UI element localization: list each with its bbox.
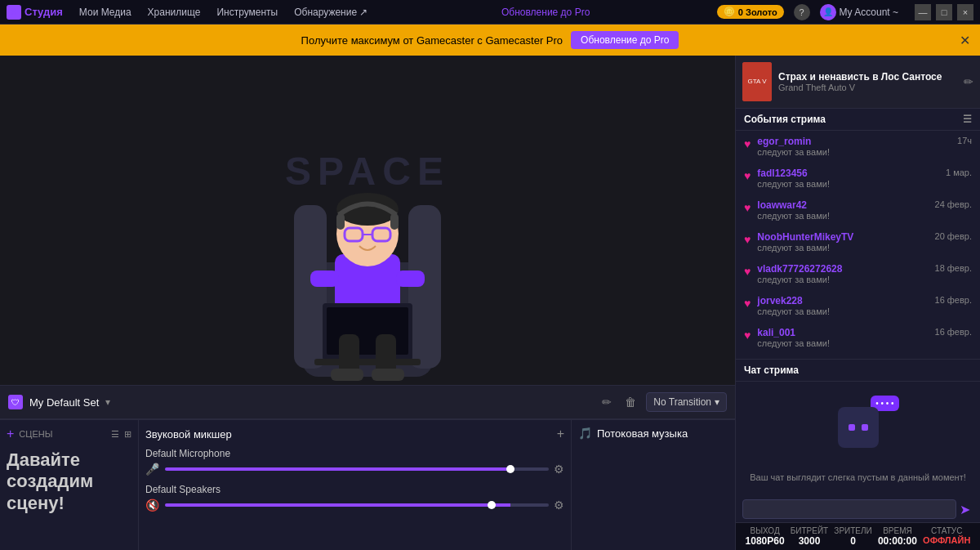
speakers-mute-button[interactable]: 🔇 (145, 499, 160, 512)
event-username: fadl123456 (757, 168, 939, 179)
event-item: ♥ egor_romin следуют за вами! 17ч (736, 131, 980, 163)
scene-edit-button[interactable]: ✏ (599, 394, 615, 410)
transition-chevron-icon: ▾ (715, 396, 719, 408)
nav-my-media[interactable]: Мои Медиа (73, 3, 138, 21)
event-time: 16 февр. (935, 327, 972, 337)
chat-send-button[interactable]: ➤ (956, 502, 973, 517)
account-button[interactable]: 👤 My Account ~ (820, 4, 898, 20)
event-item: ♥ loawwar42 следуют за вами! 24 февр. (736, 195, 980, 226)
chat-input-area: ➤ (736, 496, 980, 522)
event-content: fadl123456 следуют за вами! (757, 168, 939, 189)
scene-name: My Default Set (29, 396, 99, 409)
scene-chevron-icon[interactable]: ▾ (105, 396, 110, 408)
space-scene: SPACE (0, 56, 735, 385)
add-audio-device-button[interactable]: + (557, 427, 564, 441)
game-thumb-inner: GTA V (742, 62, 772, 101)
help-button[interactable]: ? (794, 4, 810, 20)
grid-view-icon[interactable]: ⊞ (124, 429, 131, 440)
scene-delete-button[interactable]: 🗑 (621, 394, 639, 410)
stat-time-value: 00:00:00 (878, 535, 917, 547)
character-illustration (278, 140, 457, 385)
speakers-settings-button[interactable]: ⚙ (554, 499, 564, 512)
event-content: vladk77726272628 следуют за вами! (757, 263, 928, 284)
svg-rect-15 (314, 359, 421, 365)
events-filter-icon[interactable]: ☰ (963, 114, 972, 125)
stat-time: ВРЕМЯ 00:00:00 (878, 526, 917, 547)
left-panel: SPACE (0, 56, 735, 550)
event-time: 16 февр. (935, 295, 972, 305)
close-button[interactable]: × (957, 4, 973, 20)
game-header: GTA V Страх и ненависть в Лос Сантосе Gr… (736, 56, 980, 109)
microphone-settings-button[interactable]: ⚙ (554, 463, 564, 476)
top-bar-right: 🪙 0 Золото ? 👤 My Account ~ — □ × (717, 4, 973, 20)
microphone-volume-slider[interactable] (165, 467, 549, 471)
preview-area: SPACE (0, 56, 735, 385)
list-view-icon[interactable]: ☰ (111, 429, 119, 440)
scene-badge-icon: 🛡 (11, 398, 20, 407)
music-icon: 🎵 (578, 427, 592, 440)
stat-status-label: СТАТУС (923, 526, 970, 535)
speakers-volume-slider[interactable] (165, 503, 549, 507)
speakers-controls: 🔇 ⚙ (145, 499, 564, 512)
microphone-mute-button[interactable]: 🎤 (145, 463, 160, 476)
window-controls: — □ × (915, 4, 973, 20)
chat-header: Чат стрима (736, 360, 980, 382)
nav-discover[interactable]: Обнаружение ↗ (287, 3, 374, 21)
event-time: 1 мар. (946, 168, 972, 177)
right-panel: GTA V Страх и ненависть в Лос Сантосе Gr… (735, 56, 980, 550)
scenes-label-text: СЦЕНЫ (19, 429, 52, 439)
event-heart-icon: ♥ (744, 201, 751, 214)
chat-input-field[interactable] (742, 499, 956, 519)
speakers-volume-thumb (488, 501, 496, 509)
robot-body (838, 407, 879, 448)
svg-rect-5 (396, 271, 425, 287)
nav-storage[interactable]: Хранилище (141, 3, 207, 21)
event-action: следуют за вами! (757, 306, 928, 316)
event-action: следуют за вами! (757, 338, 928, 348)
event-heart-icon: ♥ (744, 233, 751, 246)
minimize-button[interactable]: — (915, 4, 931, 20)
main-layout: SPACE (0, 56, 980, 550)
add-scene-prompt: Давайте создадим сцену! (7, 449, 131, 514)
event-item: ♥ NoobHunterMikeyTV следуют за вами! 20 … (736, 226, 980, 258)
promo-upgrade-button[interactable]: Обновление до Pro (571, 31, 679, 49)
event-action: следуют за вами! (757, 275, 928, 284)
stat-time-label: ВРЕМЯ (878, 526, 917, 535)
event-content: NoobHunterMikeyTV следуют за вами! (757, 231, 928, 253)
nav-tools[interactable]: Инструменты (210, 3, 284, 21)
stat-bitrate: БИТРЕЙТ 3000 (791, 526, 829, 547)
event-action: следуют за вами! (757, 211, 928, 221)
event-username: loawwar42 (757, 199, 928, 211)
promo-text: Получите максимум от Gamecaster с Gameca… (301, 34, 564, 47)
robot-eyes (849, 424, 868, 431)
top-bar-left: S Студия Мои Медиа Хранилище Инструменты… (7, 3, 374, 21)
account-label: My Account ~ (840, 7, 898, 18)
event-heart-icon: ♥ (744, 169, 751, 182)
add-scene-button[interactable]: + (7, 427, 14, 441)
svg-rect-4 (310, 271, 339, 287)
event-username: NoobHunterMikeyTV (757, 231, 928, 243)
transition-select[interactable]: No Transition ▾ (646, 392, 727, 412)
event-item: ♥ vladk77726272628 следуют за вами! 18 ф… (736, 258, 980, 290)
game-title: Страх и ненависть в Лос Сантосе (778, 71, 957, 83)
audio-header-title: Звуковой микшер (145, 428, 232, 440)
stats-bar: ВЫХОД 1080P60 БИТРЕЙТ 3000 ЗРИТЕЛИ 0 ВРЕ… (736, 522, 980, 550)
maximize-button[interactable]: □ (936, 4, 952, 20)
top-bar: S Студия Мои Медиа Хранилище Инструменты… (0, 0, 980, 25)
audio-panel-header: Звуковой микшер + (145, 427, 564, 441)
logo-icon: S (7, 5, 21, 20)
update-pro-link[interactable]: Обновление до Pro (501, 7, 590, 18)
studio-title: Студия (24, 6, 63, 18)
coin-icon: 🪙 (724, 7, 735, 17)
audio-panel: Звуковой микшер + Default Microphone 🎤 ⚙… (139, 420, 572, 550)
event-item: ♥ jorvek228 следуют за вами! 16 февр. (736, 290, 980, 322)
scenes-label: + СЦЕНЫ ☰ ⊞ (7, 427, 131, 441)
microphone-volume-thumb (506, 465, 514, 473)
streaming-panel: 🎵 Потоковая музыка (572, 420, 735, 550)
event-heart-icon: ♥ (744, 137, 751, 150)
streaming-header: 🎵 Потоковая музыка (578, 427, 728, 440)
streaming-title: Потоковая музыка (597, 427, 688, 440)
event-username: vladk77726272628 (757, 263, 928, 275)
promo-close-button[interactable]: ✕ (960, 33, 970, 48)
game-edit-button[interactable]: ✏ (964, 75, 973, 88)
